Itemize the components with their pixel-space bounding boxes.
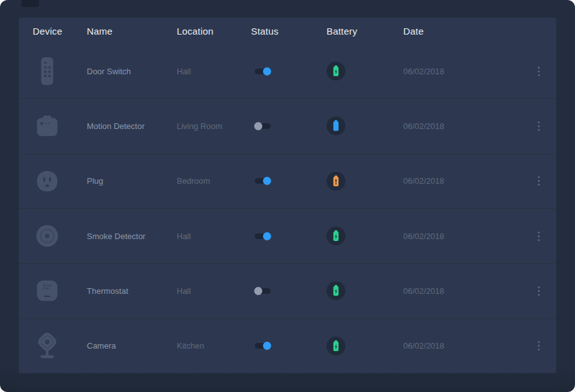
device-icon-cell	[33, 330, 87, 362]
table-row: Motion Detector Living Room 06/02/2018	[19, 98, 556, 153]
status-toggle[interactable]	[255, 288, 271, 294]
column-header-battery: Battery	[327, 26, 403, 36]
toggle-knob	[254, 287, 262, 295]
battery-cell	[327, 116, 403, 135]
status-toggle[interactable]	[255, 178, 271, 184]
column-header-status: Status	[251, 26, 327, 36]
status-cell	[251, 343, 327, 349]
toggle-knob	[263, 67, 271, 76]
battery-cell	[327, 62, 403, 81]
table-body: Door Switch Hall 06/02/2018	[19, 44, 556, 373]
battery-badge	[327, 62, 345, 81]
battery-icon	[330, 174, 342, 188]
column-header-location: Location	[177, 26, 251, 36]
device-location: Hall	[177, 286, 251, 296]
battery-icon	[330, 64, 342, 78]
toggle-knob	[254, 122, 262, 130]
device-date: 06/02/2018	[403, 67, 520, 76]
table-row: Smoke Detector Hall 06/02/2018	[19, 208, 556, 263]
status-cell	[251, 178, 327, 184]
device-date: 06/02/2018	[403, 121, 520, 131]
status-cell	[251, 233, 327, 239]
app-window: Device Name Location Status Battery Date	[0, 0, 575, 392]
device-date: 06/02/2018	[403, 341, 520, 350]
battery-cell	[327, 281, 403, 300]
table-header-row: Device Name Location Status Battery Date	[19, 18, 556, 44]
device-name: Door Switch	[87, 67, 177, 76]
device-table-card: Device Name Location Status Battery Date	[19, 18, 556, 373]
battery-icon	[330, 339, 342, 353]
status-toggle[interactable]	[255, 69, 271, 74]
status-toggle[interactable]	[255, 123, 271, 129]
device-location: Hall	[177, 232, 251, 241]
table-row: 32° Thermostat Hall 06/02/2018	[19, 263, 556, 318]
device-location: Kitchen	[177, 341, 251, 350]
plug-icon	[33, 167, 62, 196]
status-cell	[251, 123, 327, 129]
device-icon-cell	[33, 111, 87, 140]
toggle-knob	[263, 232, 271, 240]
table-row: Door Switch Hall 06/02/2018	[19, 44, 556, 98]
svg-text:32°: 32°	[42, 284, 52, 291]
device-icon-cell	[33, 55, 87, 87]
device-location: Hall	[177, 67, 251, 76]
device-date: 06/02/2018	[403, 232, 520, 241]
device-name: Camera	[87, 341, 177, 350]
battery-cell	[327, 172, 403, 191]
window-notch	[21, 0, 39, 7]
battery-badge	[327, 227, 345, 245]
row-menu-button[interactable]	[535, 174, 542, 188]
row-menu-button[interactable]	[535, 229, 542, 244]
table-row: Plug Bedroom 06/02/2018	[19, 154, 556, 208]
device-name: Motion Detector	[87, 121, 177, 131]
status-cell	[251, 288, 327, 294]
toggle-knob	[263, 177, 271, 185]
row-menu-button[interactable]	[535, 119, 542, 133]
battery-badge	[327, 172, 345, 191]
card-stack-shadow	[19, 377, 556, 387]
device-date: 06/02/2018	[403, 286, 520, 296]
smoke-detector-icon	[33, 221, 62, 250]
row-menu-button[interactable]	[535, 339, 542, 353]
device-icon-cell	[33, 167, 87, 196]
status-toggle[interactable]	[255, 233, 271, 239]
status-toggle[interactable]	[255, 343, 271, 349]
device-date: 06/02/2018	[403, 176, 520, 186]
thermostat-icon: 32°	[33, 276, 62, 305]
status-cell	[251, 69, 327, 74]
device-name: Thermostat	[87, 286, 177, 296]
device-name: Plug	[87, 176, 177, 186]
device-name: Smoke Detector	[87, 232, 177, 241]
battery-badge	[327, 337, 345, 356]
camera-icon	[33, 330, 62, 362]
column-header-device: Device	[33, 26, 87, 36]
device-icon-cell	[33, 221, 87, 250]
device-icon-cell: 32°	[33, 276, 87, 305]
motion-detector-icon	[33, 111, 62, 140]
battery-icon	[330, 229, 342, 243]
device-location: Bedroom	[177, 176, 251, 186]
door-switch-icon	[33, 55, 62, 87]
device-location: Living Room	[177, 121, 251, 131]
battery-badge	[327, 281, 345, 300]
battery-icon	[330, 119, 342, 133]
column-header-name: Name	[87, 26, 177, 36]
battery-cell	[327, 337, 403, 356]
table-row: Camera Kitchen 06/02/2018	[19, 318, 556, 373]
row-menu-button[interactable]	[535, 284, 542, 298]
toggle-knob	[263, 342, 271, 350]
column-header-date: Date	[403, 26, 520, 36]
battery-icon	[330, 284, 342, 298]
battery-badge	[327, 116, 345, 135]
row-menu-button[interactable]	[535, 64, 542, 79]
battery-cell	[327, 227, 403, 245]
